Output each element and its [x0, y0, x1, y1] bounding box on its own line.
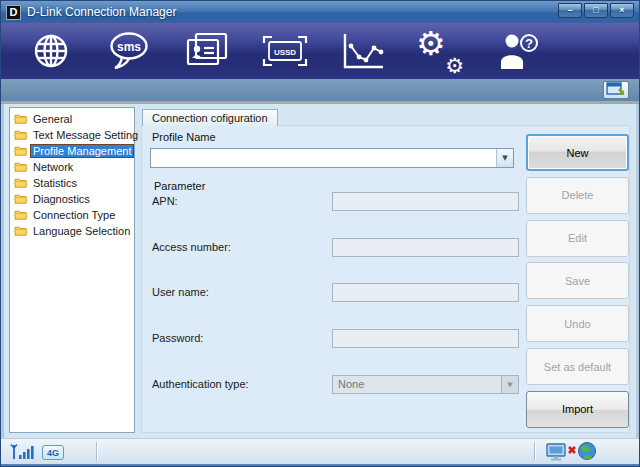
tab-connection-configuration[interactable]: Connection cofiguration	[142, 109, 278, 126]
sms-button[interactable]: sms	[97, 25, 161, 77]
profile-name-value	[151, 149, 496, 167]
internet-button[interactable]	[19, 25, 83, 77]
action-buttons: New Delete Edit Save Undo Set as default…	[526, 134, 629, 428]
switch-view-button[interactable]	[603, 81, 629, 99]
password-input	[332, 329, 519, 348]
folder-icon	[14, 193, 27, 206]
folder-icon	[14, 225, 27, 238]
help-icon: ?	[498, 31, 540, 71]
statusbar-separator	[96, 442, 98, 461]
authentication-type-value: None	[333, 376, 501, 393]
chevron-down-icon: ▼	[501, 376, 518, 393]
settings-button[interactable]: ⚙ ⚙	[409, 25, 473, 77]
chevron-down-icon[interactable]: ▼	[496, 149, 513, 167]
parameter-group-label: Parameter	[154, 180, 205, 192]
set-as-default-button: Set as default	[526, 348, 629, 385]
save-button: Save	[526, 262, 629, 299]
window-switch-icon	[606, 82, 626, 99]
svg-text:?: ?	[525, 36, 533, 51]
password-label: Password:	[152, 332, 203, 344]
signal-strength-icon	[10, 443, 34, 462]
import-button[interactable]: Import	[526, 391, 629, 428]
apn-label: APN:	[152, 195, 178, 207]
access-number-input	[332, 238, 519, 257]
sidebar-item-connection-type[interactable]: Connection Type	[12, 207, 134, 223]
dlink-logo-icon: D	[6, 5, 21, 20]
titlebar[interactable]: D D-Link Connection Manager – □ ×	[1, 1, 639, 23]
sidebar-item-network[interactable]: Network	[12, 159, 134, 175]
sidebar-item-diagnostics[interactable]: Diagnostics	[12, 191, 134, 207]
window-frame-left	[1, 104, 4, 462]
user-name-label: User name:	[152, 286, 209, 298]
sidebar-item-statistics[interactable]: Statistics	[12, 175, 134, 191]
svg-text:USSD: USSD	[274, 48, 296, 57]
globe-icon	[31, 31, 71, 71]
separator	[1, 101, 639, 104]
apn-input	[332, 192, 519, 211]
folder-icon	[14, 161, 27, 174]
sidebar-item-profile-management[interactable]: Profile Management	[12, 143, 134, 159]
window-title: D-Link Connection Manager	[27, 5, 558, 19]
sms-icon: sms	[107, 31, 151, 71]
sidebar-item-text-message-setting[interactable]: Text Message Setting	[12, 127, 134, 143]
profile-name-combobox[interactable]: ▼	[150, 148, 514, 168]
app-window: D D-Link Connection Manager – □ ×	[0, 0, 640, 467]
statusbar-separator	[534, 442, 536, 461]
profile-name-label: Profile Name	[152, 131, 216, 143]
sidebar-item-language-selection[interactable]: Language Selection	[12, 223, 134, 239]
connection-status-icon	[545, 441, 599, 465]
maximize-button[interactable]: □	[584, 3, 608, 18]
folder-icon	[14, 129, 27, 142]
sub-toolbar-strip	[1, 79, 639, 101]
main-toolbar: sms USS	[1, 23, 639, 79]
undo-button: Undo	[526, 305, 629, 342]
folder-icon	[14, 145, 27, 158]
access-number-label: Access number:	[152, 241, 231, 253]
folder-icon	[14, 113, 27, 126]
ussd-button[interactable]: USSD	[253, 25, 317, 77]
window-controls: – □ ×	[558, 3, 634, 18]
selected-item-highlight: Profile Management	[31, 145, 133, 157]
authentication-type-select: None ▼	[332, 375, 519, 394]
sidebar-item-general[interactable]: General	[12, 111, 134, 127]
ussd-icon: USSD	[262, 34, 308, 68]
svg-text:sms: sms	[117, 40, 141, 54]
gears-icon: ⚙ ⚙	[416, 28, 466, 74]
user-name-input	[332, 283, 519, 302]
window-frame-right	[636, 104, 639, 462]
folder-icon	[14, 209, 27, 222]
help-button[interactable]: ?	[487, 25, 551, 77]
authentication-type-label: Authentication type:	[152, 378, 249, 390]
connection-configuration-panel: Profile Name ▼ Parameter APN: Access num…	[141, 125, 630, 433]
contacts-icon	[185, 32, 229, 70]
folder-icon	[14, 177, 27, 190]
new-button[interactable]: New	[526, 134, 629, 171]
delete-button: Delete	[526, 177, 629, 214]
line-chart-icon	[341, 31, 385, 71]
edit-button: Edit	[526, 220, 629, 257]
sidebar-nav: General Text Message Setting Profile Man…	[9, 107, 135, 433]
minimize-button[interactable]: –	[558, 3, 582, 18]
statusbar: 4G	[1, 438, 639, 464]
network-badge-4g: 4G	[42, 445, 64, 460]
contacts-button[interactable]	[175, 25, 239, 77]
statistics-button[interactable]	[331, 25, 395, 77]
close-button[interactable]: ×	[610, 3, 634, 18]
